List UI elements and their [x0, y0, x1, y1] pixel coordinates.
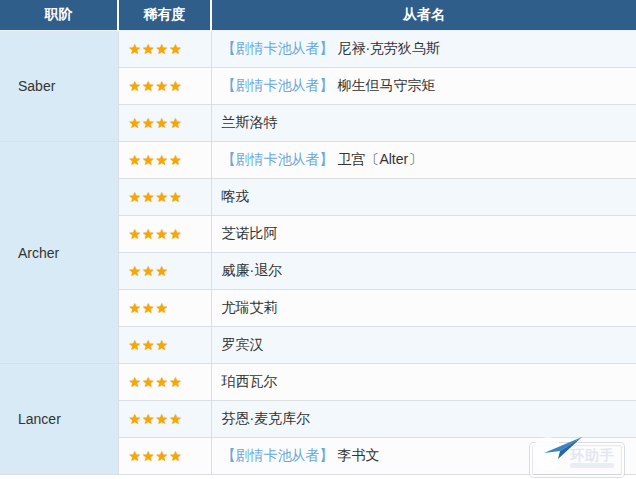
rarity-cell: ★★★★ [118, 216, 211, 253]
servant-table: 职阶 稀有度 从者名 Saber★★★★【剧情卡池从者】 尼禄·克劳狄乌斯★★★… [0, 0, 636, 475]
name-cell: 芝诺比阿 [211, 216, 636, 253]
rarity-stars: ★★★ [129, 300, 170, 316]
servant-name: 尼禄·克劳狄乌斯 [337, 40, 440, 56]
rarity-stars: ★★★★ [129, 374, 183, 390]
rarity-stars: ★★★ [129, 337, 170, 353]
rarity-cell: ★★★ [118, 253, 211, 290]
class-cell-saber: Saber [0, 31, 118, 142]
rarity-cell: ★★★★ [118, 364, 211, 401]
table-header-row: 职阶 稀有度 从者名 [0, 0, 636, 31]
table-row: Saber★★★★【剧情卡池从者】 尼禄·克劳狄乌斯 [0, 31, 636, 68]
rarity-stars: ★★★★ [129, 448, 183, 464]
rarity-cell: ★★★★ [118, 179, 211, 216]
servant-name: 芝诺比阿 [222, 225, 278, 241]
rarity-cell: ★★★★ [118, 105, 211, 142]
name-cell: 罗宾汉 [211, 327, 636, 364]
servant-name: 威廉·退尔 [222, 262, 283, 278]
rarity-column-header: 稀有度 [118, 0, 211, 31]
servant-name: 珀西瓦尔 [222, 373, 278, 389]
servant-list-page: 职阶 稀有度 从者名 Saber★★★★【剧情卡池从者】 尼禄·克劳狄乌斯★★★… [0, 0, 636, 479]
name-cell: 喀戎 [211, 179, 636, 216]
servant-name: 柳生但马守宗矩 [337, 77, 435, 93]
rarity-cell: ★★★★ [118, 142, 211, 179]
rarity-stars: ★★★★ [129, 226, 183, 242]
table-row: Archer★★★★【剧情卡池从者】 卫宫〔Alter〕 [0, 142, 636, 179]
name-cell: 芬恩·麦克库尔 [211, 401, 636, 438]
rarity-cell: ★★★★ [118, 31, 211, 68]
rarity-cell: ★★★ [118, 290, 211, 327]
servant-name: 喀戎 [222, 188, 250, 204]
table-row: Lancer★★★★珀西瓦尔 [0, 364, 636, 401]
servant-table-body: Saber★★★★【剧情卡池从者】 尼禄·克劳狄乌斯★★★★【剧情卡池从者】 柳… [0, 31, 636, 475]
rarity-cell: ★★★★ [118, 401, 211, 438]
class-cell-lancer: Lancer [0, 364, 118, 475]
rarity-stars: ★★★★ [129, 411, 183, 427]
servant-name: 卫宫〔Alter〕 [337, 151, 422, 167]
servant-name: 罗宾汉 [222, 336, 264, 352]
name-cell: 【剧情卡池从者】 卫宫〔Alter〕 [211, 142, 636, 179]
rarity-stars: ★★★★ [129, 41, 183, 57]
rarity-cell: ★★★★ [118, 438, 211, 475]
servant-name: 李书文 [337, 447, 379, 463]
name-column-header: 从者名 [211, 0, 636, 31]
story-pool-tag-link[interactable]: 【剧情卡池从者】 [222, 151, 334, 167]
rarity-stars: ★★★★ [129, 152, 183, 168]
name-cell: 兰斯洛特 [211, 105, 636, 142]
servant-name: 芬恩·麦克库尔 [222, 410, 311, 426]
name-cell: 珀西瓦尔 [211, 364, 636, 401]
name-cell: 【剧情卡池从者】 李书文 [211, 438, 636, 475]
rarity-stars: ★★★ [129, 263, 170, 279]
servant-name: 兰斯洛特 [222, 114, 278, 130]
rarity-cell: ★★★ [118, 327, 211, 364]
name-cell: 威廉·退尔 [211, 253, 636, 290]
rarity-stars: ★★★★ [129, 189, 183, 205]
class-column-header: 职阶 [0, 0, 118, 31]
name-cell: 尤瑞艾莉 [211, 290, 636, 327]
class-cell-archer: Archer [0, 142, 118, 364]
rarity-stars: ★★★★ [129, 115, 183, 131]
servant-name: 尤瑞艾莉 [222, 299, 278, 315]
story-pool-tag-link[interactable]: 【剧情卡池从者】 [222, 77, 334, 93]
name-cell: 【剧情卡池从者】 尼禄·克劳狄乌斯 [211, 31, 636, 68]
story-pool-tag-link[interactable]: 【剧情卡池从者】 [222, 447, 334, 463]
rarity-cell: ★★★★ [118, 68, 211, 105]
name-cell: 【剧情卡池从者】 柳生但马守宗矩 [211, 68, 636, 105]
rarity-stars: ★★★★ [129, 78, 183, 94]
story-pool-tag-link[interactable]: 【剧情卡池从者】 [222, 40, 334, 56]
